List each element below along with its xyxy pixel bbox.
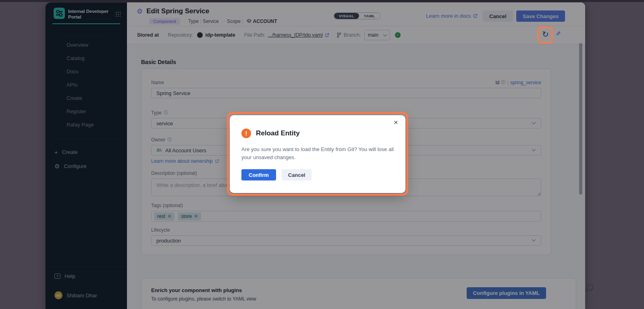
screen: Internal Developer Portal Overview Catal… (0, 0, 644, 309)
chat-bubble-icon[interactable] (585, 284, 594, 292)
reload-entity-modal: ✕ ! Reload Entity Are you sure you want … (230, 115, 405, 193)
close-icon[interactable]: ✕ (393, 119, 398, 126)
window-top-strip (0, 0, 644, 2)
modal-cancel-button[interactable]: Cancel (282, 169, 312, 180)
app-window: Internal Developer Portal Overview Catal… (46, 2, 585, 309)
modal-title: Reload Entity (256, 129, 300, 137)
confirm-button[interactable]: Confirm (241, 169, 276, 180)
modal-body-text: Are you sure you want to load the Entity… (241, 145, 399, 162)
warning-icon: ! (241, 129, 251, 138)
